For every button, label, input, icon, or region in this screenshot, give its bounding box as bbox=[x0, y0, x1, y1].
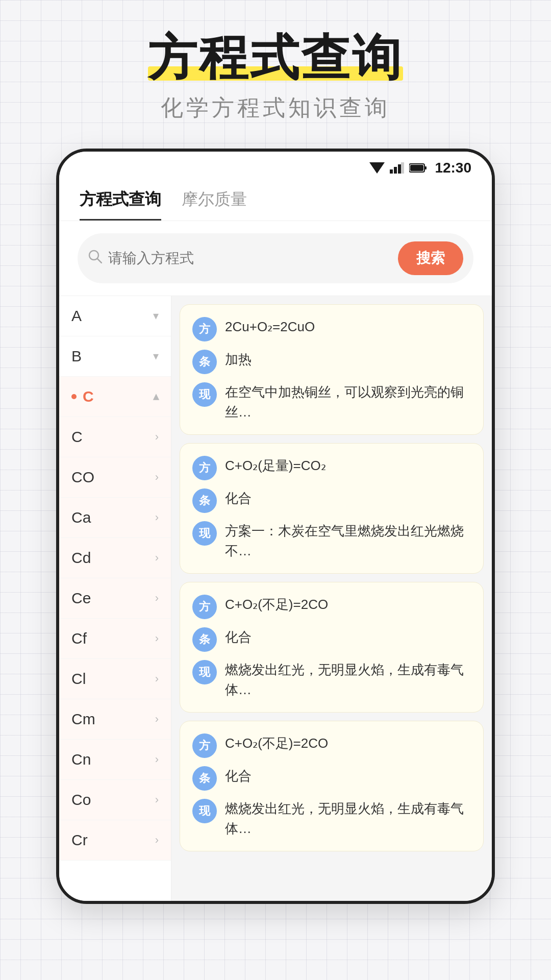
sidebar-label-Ce: Ce bbox=[71, 590, 91, 607]
sidebar-label-C: C bbox=[71, 428, 83, 446]
sidebar-item-B[interactable]: B ▾ bbox=[59, 336, 171, 377]
active-dot bbox=[71, 394, 77, 399]
sidebar-label-Ca: Ca bbox=[71, 509, 91, 526]
tabs-bar: 方程式查询 摩尔质量 bbox=[59, 180, 492, 221]
main-content: A ▾ B ▾ C ▴ C › bbox=[59, 296, 492, 904]
right-content: 方 2Cu+O₂=2CuO 条 加热 现 在空气中加热 bbox=[171, 296, 492, 904]
sidebar-item-Cr[interactable]: Cr › bbox=[59, 820, 171, 861]
svg-marker-0 bbox=[369, 162, 385, 174]
card3-condition-text: 化合 bbox=[225, 627, 471, 647]
sidebar-item-A[interactable]: A ▾ bbox=[59, 296, 171, 336]
tab-formula[interactable]: 方程式查询 bbox=[80, 188, 161, 220]
sub-title-text: 化学方程式知识查询 bbox=[148, 93, 403, 123]
formula-badge-3: 方 bbox=[192, 595, 217, 619]
sidebar-label-Cm: Cm bbox=[71, 710, 95, 728]
sidebar-label-Cf: Cf bbox=[71, 630, 87, 647]
search-input[interactable] bbox=[108, 250, 392, 266]
sidebar-item-Cm[interactable]: Cm › bbox=[59, 699, 171, 740]
svg-line-9 bbox=[97, 259, 102, 263]
chevron-right-icon-Cn: › bbox=[155, 753, 159, 766]
condition-badge-2: 条 bbox=[192, 488, 217, 513]
sidebar-label-A: A bbox=[71, 307, 82, 325]
card3-phenomenon-row: 现 燃烧发出红光，无明显火焰，生成有毒气体… bbox=[192, 660, 471, 700]
phenomenon-badge-2: 现 bbox=[192, 521, 217, 546]
svg-rect-6 bbox=[424, 166, 427, 169]
svg-rect-2 bbox=[394, 167, 397, 174]
formula-card-1[interactable]: 方 2Cu+O₂=2CuO 条 加热 现 在空气中加热 bbox=[180, 304, 484, 435]
card4-phenomenon-text: 燃烧发出红光，无明显火焰，生成有毒气体… bbox=[225, 799, 471, 839]
page-container: 方程式查询 化学方程式知识查询 bbox=[0, 0, 551, 904]
condition-badge-4: 条 bbox=[192, 766, 217, 791]
card1-formula-text: 2Cu+O₂=2CuO bbox=[225, 317, 471, 337]
sidebar-item-CO[interactable]: CO › bbox=[59, 457, 171, 498]
chevron-right-icon-Ce: › bbox=[155, 592, 159, 605]
battery-icon bbox=[409, 163, 428, 173]
formula-card-4[interactable]: 方 C+O₂(不足)=2CO 条 化合 现 燃烧发出红 bbox=[180, 721, 484, 851]
svg-rect-4 bbox=[401, 162, 404, 174]
phenomenon-badge-4: 现 bbox=[192, 799, 217, 823]
svg-rect-3 bbox=[398, 164, 401, 174]
sidebar-item-Cl[interactable]: Cl › bbox=[59, 659, 171, 699]
card3-formula-text: C+O₂(不足)=2CO bbox=[225, 595, 471, 615]
formula-card-3[interactable]: 方 C+O₂(不足)=2CO 条 化合 现 燃烧发出红 bbox=[180, 582, 484, 713]
card2-phenomenon-row: 现 方案一：木炭在空气里燃烧发出红光燃烧不… bbox=[192, 521, 471, 561]
sidebar-label-Cd: Cd bbox=[71, 549, 91, 567]
formula-badge-4: 方 bbox=[192, 733, 217, 758]
chevron-right-icon-Cd: › bbox=[155, 551, 159, 565]
sidebar-label-Cn: Cn bbox=[71, 751, 91, 768]
status-time: 12:30 bbox=[435, 160, 471, 176]
sidebar-item-Ce[interactable]: Ce › bbox=[59, 578, 171, 619]
phenomenon-badge-1: 现 bbox=[192, 382, 217, 407]
card4-formula-text: C+O₂(不足)=2CO bbox=[225, 733, 471, 753]
status-icons bbox=[369, 162, 428, 174]
sidebar-item-C[interactable]: C › bbox=[59, 417, 171, 457]
status-bar: 12:30 bbox=[59, 152, 492, 180]
chevron-right-icon-Cl: › bbox=[155, 672, 159, 685]
sidebar-item-Co[interactable]: Co › bbox=[59, 780, 171, 820]
card1-phenomenon-row: 现 在空气中加热铜丝，可以观察到光亮的铜丝… bbox=[192, 382, 471, 422]
phone-frame: 12:30 方程式查询 摩尔质量 搜索 bbox=[56, 149, 495, 904]
condition-badge-1: 条 bbox=[192, 350, 217, 374]
tab-molar[interactable]: 摩尔质量 bbox=[182, 188, 247, 220]
sidebar-item-Cn[interactable]: Cn › bbox=[59, 740, 171, 780]
card3-condition-row: 条 化合 bbox=[192, 627, 471, 652]
chevron-right-icon-C: › bbox=[155, 430, 159, 444]
sidebar-label-B: B bbox=[71, 348, 82, 365]
phenomenon-badge-3: 现 bbox=[192, 660, 217, 684]
sidebar-item-C-header[interactable]: C ▴ bbox=[59, 377, 171, 417]
chevron-right-icon-Cm: › bbox=[155, 713, 159, 726]
main-title-text: 方程式查询 bbox=[148, 31, 403, 85]
search-icon bbox=[88, 249, 102, 267]
chevron-down-icon-A: ▾ bbox=[153, 309, 159, 323]
chevron-right-icon-CO: › bbox=[155, 471, 159, 484]
card2-formula-text: C+O₂(足量)=CO₂ bbox=[225, 456, 471, 476]
sidebar-item-Cf[interactable]: Cf › bbox=[59, 619, 171, 659]
sidebar-item-Ca[interactable]: Ca › bbox=[59, 498, 171, 538]
chevron-right-icon-Ca: › bbox=[155, 511, 159, 524]
card1-formula-row: 方 2Cu+O₂=2CuO bbox=[192, 317, 471, 341]
card1-condition-text: 加热 bbox=[225, 350, 471, 370]
card1-phenomenon-text: 在空气中加热铜丝，可以观察到光亮的铜丝… bbox=[225, 382, 471, 422]
chevron-down-icon-B: ▾ bbox=[153, 350, 159, 363]
wifi-icon bbox=[369, 162, 385, 174]
condition-badge-3: 条 bbox=[192, 627, 217, 652]
sidebar-label-C-header: C bbox=[83, 388, 94, 405]
sidebar-item-Cd[interactable]: Cd › bbox=[59, 538, 171, 578]
card4-formula-row: 方 C+O₂(不足)=2CO bbox=[192, 733, 471, 758]
chevron-up-icon-C: ▴ bbox=[153, 390, 159, 403]
card4-condition-row: 条 化合 bbox=[192, 766, 471, 791]
header-title: 方程式查询 化学方程式知识查询 bbox=[148, 31, 403, 123]
card2-condition-text: 化合 bbox=[225, 488, 471, 508]
formula-badge-2: 方 bbox=[192, 456, 217, 480]
search-bar: 搜索 bbox=[78, 233, 473, 283]
search-button[interactable]: 搜索 bbox=[398, 241, 463, 275]
signal-icon bbox=[390, 162, 404, 174]
card2-phenomenon-text: 方案一：木炭在空气里燃烧发出红光燃烧不… bbox=[225, 521, 471, 561]
sidebar-label-Co: Co bbox=[71, 791, 91, 808]
search-area: 搜索 bbox=[59, 221, 492, 296]
formula-card-2[interactable]: 方 C+O₂(足量)=CO₂ 条 化合 现 方案一：木 bbox=[180, 443, 484, 574]
sidebar: A ▾ B ▾ C ▴ C › bbox=[59, 296, 171, 904]
card2-condition-row: 条 化合 bbox=[192, 488, 471, 513]
chevron-right-icon-Co: › bbox=[155, 793, 159, 806]
chevron-right-icon-Cf: › bbox=[155, 632, 159, 645]
